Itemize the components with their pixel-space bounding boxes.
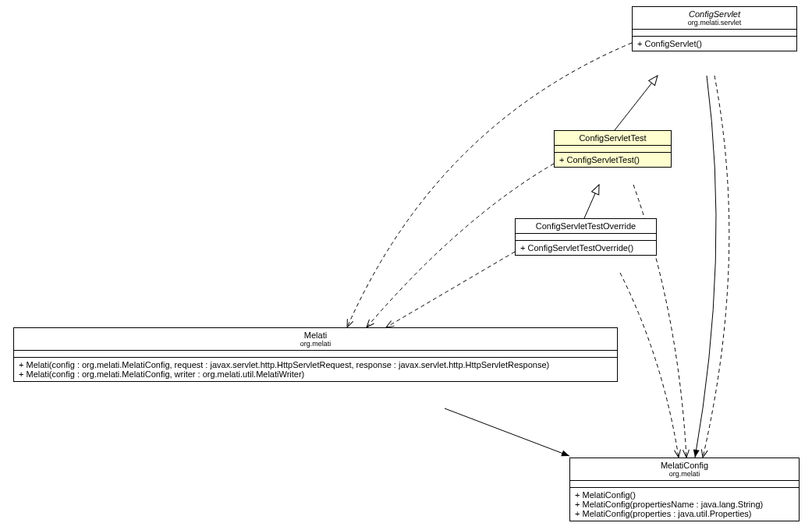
class-config-servlet: ConfigServlet org.melati.servlet + Confi… <box>632 6 797 51</box>
method: + Melati(config : org.melati.MelatiConfi… <box>19 360 612 369</box>
method: + ConfigServletTestOverride() <box>520 243 651 253</box>
class-package: org.melati <box>19 340 612 348</box>
method: + ConfigServletTest() <box>559 155 666 164</box>
class-name: ConfigServletTest <box>559 133 666 143</box>
method: + MelatiConfig() <box>575 490 794 500</box>
class-name: ConfigServlet <box>637 9 792 19</box>
class-melati: Melati org.melati + Melati(config : org.… <box>13 327 618 382</box>
uml-diagram: Melati (dashed dependency) --> Melati (d… <box>0 0 812 530</box>
class-name: ConfigServletTestOverride <box>520 221 651 231</box>
class-package: org.melati.servlet <box>637 19 792 26</box>
class-name: Melati <box>19 330 612 340</box>
method: + MelatiConfig(propertiesName : java.lan… <box>575 500 794 509</box>
method: + Melati(config : org.melati.MelatiConfi… <box>19 369 612 379</box>
class-config-servlet-test: ConfigServletTest + ConfigServletTest() <box>554 130 672 168</box>
class-config-servlet-test-override: ConfigServletTestOverride + ConfigServle… <box>515 218 657 256</box>
method: + ConfigServlet() <box>637 39 792 48</box>
method: + MelatiConfig(properties : java.util.Pr… <box>575 509 794 518</box>
class-name: MelatiConfig <box>575 461 794 470</box>
class-package: org.melati <box>575 470 794 478</box>
class-melati-config: MelatiConfig org.melati + MelatiConfig()… <box>569 458 800 521</box>
